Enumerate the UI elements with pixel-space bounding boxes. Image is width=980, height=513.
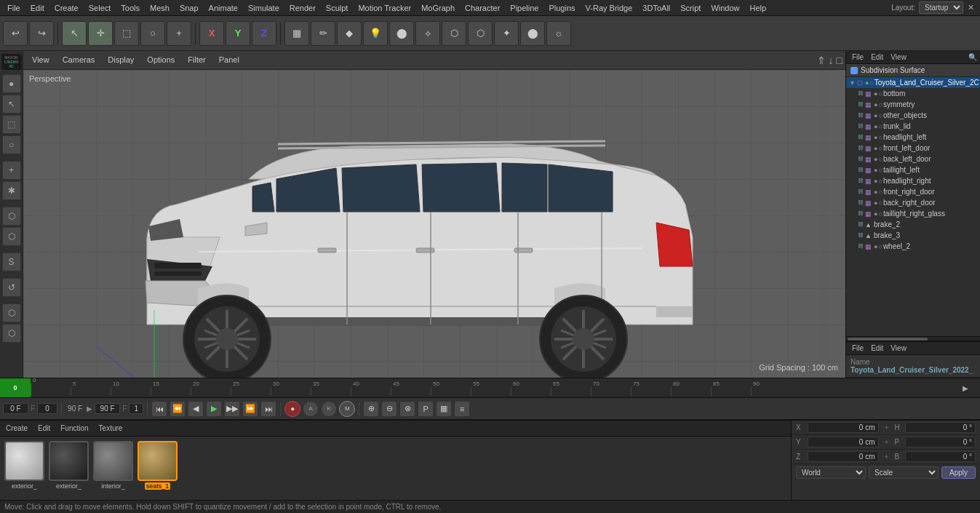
side-tool-model[interactable]: ● <box>2 74 21 93</box>
coord-mode-select[interactable]: Scale Absolute <box>869 466 939 479</box>
tab-view[interactable]: View <box>26 54 55 67</box>
vis-icon[interactable]: ● <box>874 243 877 250</box>
vis-icon[interactable]: ● <box>874 167 877 174</box>
x-axis-button[interactable]: X <box>199 21 224 46</box>
tree-item-other-objects[interactable]: ⛓ ▦ ● ○ other_objects <box>846 110 980 121</box>
side-tool-mesh2[interactable]: ⬡ <box>2 227 21 246</box>
tab-cameras[interactable]: Cameras <box>57 54 101 67</box>
attr-file-btn[interactable]: File <box>849 343 867 353</box>
transport-icon-grid[interactable]: ▦ <box>436 401 452 417</box>
vis-icon-2[interactable]: ○ <box>869 79 873 87</box>
y-axis-button[interactable]: Y <box>226 21 250 46</box>
tree-item-trunk-lid[interactable]: ⛓ ▦ ● ○ trunk_lid <box>846 121 980 132</box>
viewport-camera-icon[interactable]: ↓ <box>829 55 834 66</box>
transport-prev-key-button[interactable]: ⏪ <box>170 401 186 417</box>
transport-motion-button[interactable]: M <box>339 401 355 417</box>
menu-item-script[interactable]: Script <box>676 2 705 14</box>
menu-item-mograph[interactable]: MoGraph <box>417 2 459 14</box>
menu-item-tools[interactable]: Tools <box>116 2 144 14</box>
tree-item-taillight-left[interactable]: ⛓ ▦ ● ○ taillight_left <box>846 164 980 175</box>
rotate-tool-button[interactable]: ○ <box>140 21 165 46</box>
tab-panel[interactable]: Panel <box>213 54 245 67</box>
coord-z-field[interactable] <box>808 451 879 462</box>
material-item-interior1[interactable]: interior_ <box>93 441 133 490</box>
coord-b-field[interactable] <box>905 451 976 462</box>
vis-icon[interactable]: ● <box>874 199 877 207</box>
menu-item-window[interactable]: Window <box>706 2 744 14</box>
tree-item-land-cruiser[interactable]: ▼ ⬡ ● ○ Toyota_Land_Cruiser_Silver_2C <box>846 77 980 88</box>
transport-icon-x[interactable]: ⊗ <box>399 401 415 417</box>
tree-item-headlight-left[interactable]: ⛓ ▦ ● ○ headlight_left <box>846 132 980 143</box>
viewport-fullscreen-icon[interactable]: □ <box>837 55 842 66</box>
tree-item-back-left-door[interactable]: ⛓ ▦ ● ○ back_left_door <box>846 154 980 164</box>
vis-icon[interactable]: ● <box>874 123 877 130</box>
frame-step-field[interactable] <box>37 403 57 414</box>
side-tool-add[interactable]: + <box>2 161 21 180</box>
mat-texture-btn[interactable]: Texture <box>96 423 126 433</box>
apply-button[interactable]: Apply <box>941 466 976 479</box>
material-item-seats1[interactable]: seats_1 <box>138 441 178 490</box>
menu-item-edit[interactable]: Edit <box>26 2 49 14</box>
vis-icon[interactable]: ● <box>874 178 877 185</box>
menu-item-pipeline[interactable]: Pipeline <box>506 2 543 14</box>
tree-item-taillight-right-glass[interactable]: ⛓ ▦ ● ○ taillight_right_glass <box>846 208 980 219</box>
transport-to-end-button[interactable]: ⏭ <box>260 401 276 417</box>
undo-button[interactable]: ↩ <box>3 21 28 46</box>
fps-rate-field[interactable] <box>129 403 143 414</box>
render-view-button[interactable]: ☼ <box>546 21 571 46</box>
side-tool-extra2[interactable]: ⬡ <box>2 324 21 343</box>
subdiv-button[interactable]: ⬡ <box>442 21 466 46</box>
menu-item-vray-bridge[interactable]: V-Ray Bridge <box>581 2 637 14</box>
obj-mgr-file-btn[interactable]: File <box>849 52 867 62</box>
timeline-end-btn[interactable]: ▶ <box>951 384 980 392</box>
transport-next-key-button[interactable]: ⏩ <box>242 401 258 417</box>
layout-select[interactable]: Startup <box>919 1 963 14</box>
render-settings-button[interactable]: ⬤ <box>520 21 545 46</box>
transport-icon-p[interactable]: P <box>418 401 434 417</box>
menu-item-plugins[interactable]: Plugins <box>544 2 579 14</box>
vis-icon2[interactable]: ○ <box>878 123 882 130</box>
timeline[interactable]: 0 0 5 10 15 20 25 <box>0 378 980 398</box>
move-tool-button[interactable]: ✛ <box>88 21 113 46</box>
mat-create-btn[interactable]: Create <box>3 423 31 433</box>
fps-field[interactable] <box>95 403 120 414</box>
menu-item-mesh[interactable]: Mesh <box>146 2 174 14</box>
spline-button[interactable]: ⟡ <box>415 21 440 46</box>
tree-item-front-left-door[interactable]: ⛓ ▦ ● ○ front_left_door <box>846 143 980 154</box>
menu-item-file[interactable]: File <box>3 2 25 14</box>
transport-key-button[interactable]: K <box>321 401 337 417</box>
vis-icon2[interactable]: ○ <box>878 178 882 185</box>
vis-icon2[interactable]: ○ <box>878 145 882 152</box>
vis-icon2[interactable]: ○ <box>878 156 882 163</box>
material-item-exterior2[interactable]: exterior_ <box>49 441 89 490</box>
vis-icon2[interactable]: ○ <box>878 90 882 98</box>
vis-icon2[interactable]: ○ <box>878 188 882 196</box>
camera-button[interactable]: ⬤ <box>389 21 414 46</box>
coord-p-field[interactable] <box>905 437 976 448</box>
tree-item-symmetry[interactable]: ⛓ ▦ ● ○ symmetry <box>846 99 980 110</box>
light-button[interactable]: 💡 <box>363 21 388 46</box>
vis-icon[interactable]: ● <box>874 101 877 108</box>
attr-edit-btn[interactable]: Edit <box>868 343 886 353</box>
mat-function-btn[interactable]: Function <box>57 423 91 433</box>
vis-icon2[interactable]: ○ <box>878 210 882 218</box>
menu-item-select[interactable]: Select <box>84 2 116 14</box>
transport-icon-plus[interactable]: ⊕ <box>363 401 379 417</box>
vis-icon[interactable]: ● <box>874 134 877 141</box>
deformer-button[interactable]: ⬡ <box>468 21 493 46</box>
tree-item-brake3[interactable]: ⛓ ▲ brake_3 <box>846 230 980 241</box>
side-tool-extra1[interactable]: ⬡ <box>2 303 21 322</box>
attr-view-btn[interactable]: View <box>888 343 909 353</box>
object-tree[interactable]: ▼ ⬡ ● ○ Toyota_Land_Cruiser_Silver_2C ⛓ … <box>846 77 980 336</box>
vis-icon[interactable]: ● <box>874 188 877 196</box>
polygon-button[interactable]: ◆ <box>337 21 362 46</box>
transport-icon-menu[interactable]: ≡ <box>454 401 470 417</box>
vis-icon2[interactable]: ○ <box>878 167 882 174</box>
coord-h-field[interactable] <box>905 422 976 433</box>
tab-options[interactable]: Options <box>141 54 180 67</box>
tree-item-wheel2[interactable]: ⛓ ▦ ● ○ wheel_2 <box>846 241 980 252</box>
side-tool-star[interactable]: ✱ <box>2 181 21 200</box>
vis-icon-1[interactable]: ● <box>865 79 869 87</box>
close-icon[interactable]: ✕ <box>965 3 977 12</box>
material-item-exterior1[interactable]: exterior_ <box>4 441 44 490</box>
